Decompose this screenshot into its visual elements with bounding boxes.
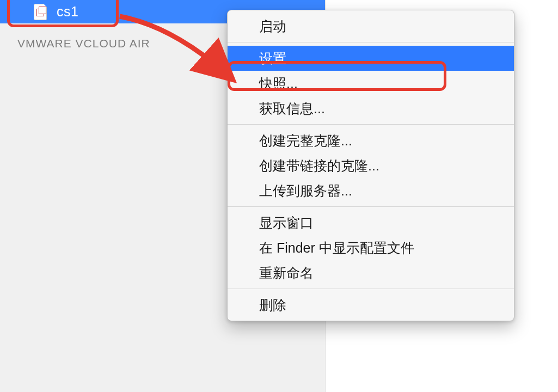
vm-label: cs1 xyxy=(57,4,78,20)
menu-item-upload-server[interactable]: 上传到服务器... xyxy=(228,178,514,203)
menu-item-get-info[interactable]: 获取信息... xyxy=(228,96,514,121)
menu-item-show-in-finder[interactable]: 在 Finder 中显示配置文件 xyxy=(228,235,514,260)
menu-separator xyxy=(228,289,514,289)
menu-item-start[interactable]: 启动 xyxy=(228,14,514,39)
menu-item-show-window[interactable]: 显示窗口 xyxy=(228,210,514,235)
menu-item-settings[interactable]: 设置... xyxy=(228,46,514,71)
context-menu: 启动 设置... 快照... 获取信息... 创建完整克隆... 创建带链接的克… xyxy=(227,10,514,321)
menu-separator xyxy=(228,42,514,42)
menu-separator xyxy=(228,124,514,125)
menu-separator xyxy=(228,206,514,207)
menu-item-delete[interactable]: 删除 xyxy=(228,292,514,317)
section-header-vcloud: VMWARE VCLOUD AIR xyxy=(17,37,150,50)
menu-item-rename[interactable]: 重新命名 xyxy=(228,260,514,285)
menu-item-full-clone[interactable]: 创建完整克隆... xyxy=(228,128,514,153)
vm-file-icon xyxy=(34,4,47,20)
menu-item-snapshot[interactable]: 快照... xyxy=(228,71,514,96)
menu-item-linked-clone[interactable]: 创建带链接的克隆... xyxy=(228,153,514,178)
